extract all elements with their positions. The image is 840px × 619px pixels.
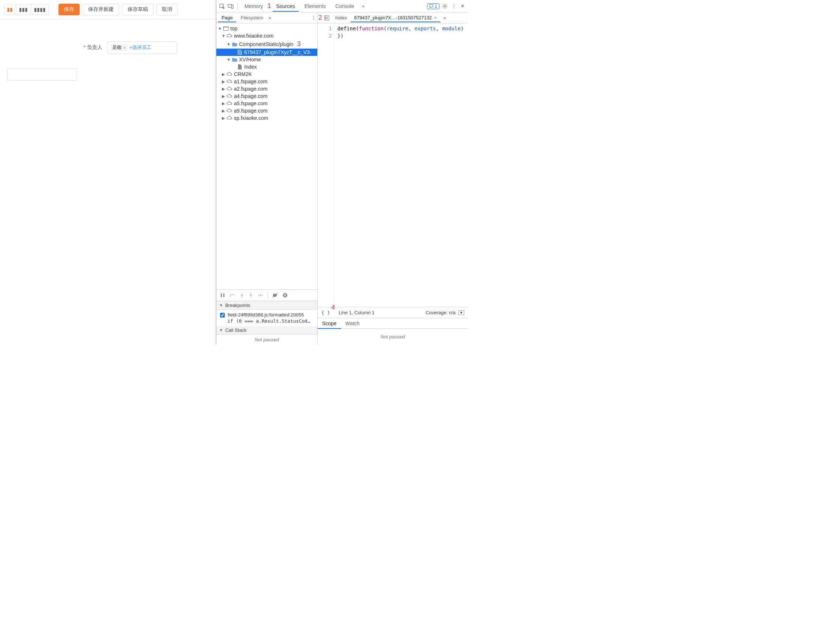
breakpoint-item[interactable]: field-24f699d366.js:formatted:20055 (216, 310, 317, 318)
svg-rect-17 (325, 16, 326, 20)
tab-sources[interactable]: Sources (273, 1, 299, 11)
close-devtools-icon[interactable]: ✕ (459, 3, 466, 9)
tree-domain[interactable]: ▶a9.fspage.com (216, 107, 317, 114)
cloud-icon (227, 71, 232, 77)
tab-scope[interactable]: Scope (317, 318, 341, 329)
navigator-menu-icon[interactable]: ⋮ (311, 15, 316, 21)
callstack-section[interactable]: ▼Call Stack (216, 326, 317, 335)
tab-console[interactable]: Console (332, 1, 358, 11)
add-employee-link[interactable]: +选择员工 (130, 44, 152, 51)
tree-domain[interactable]: ▶a5.fspage.com (216, 100, 317, 107)
tree-file-selected[interactable]: 679437_plugin7XyzT__c_V3- (216, 49, 317, 56)
app-toolbar: ▮▮ ▮▮▮ ▮▮▮▮ 保存 保存并新建 保存草稿 取消 (0, 0, 216, 19)
svg-rect-15 (286, 294, 286, 296)
svg-rect-14 (284, 294, 285, 296)
step-out-icon[interactable] (249, 293, 253, 298)
cloud-icon (227, 100, 232, 106)
tree-domain[interactable]: ▶a4.fspage.com (216, 93, 317, 100)
svg-point-10 (250, 293, 252, 294)
folder-icon (232, 57, 238, 63)
messages-badge[interactable]: 1 (427, 3, 439, 9)
tab-page[interactable]: Page (218, 13, 236, 22)
coverage-status: Coverage: n/a (425, 310, 455, 315)
close-tab-icon[interactable]: × (434, 15, 437, 21)
cloud-icon (227, 93, 232, 99)
svg-point-11 (262, 295, 263, 296)
tab-elements[interactable]: Elements (301, 1, 329, 11)
cloud-icon (227, 33, 232, 39)
svg-rect-6 (221, 293, 222, 297)
tree-folder[interactable]: ▼ XV/Home (216, 56, 317, 63)
toggle-navigator-icon[interactable] (322, 15, 332, 21)
more-navigator-tabs-icon[interactable]: » (269, 15, 271, 21)
tree-domain[interactable]: ▶CRM2K (216, 70, 317, 78)
layout-two-column-icon[interactable]: ▮▮ (4, 4, 16, 15)
deactivate-breakpoints-icon[interactable] (273, 293, 278, 298)
editor-status-bar: { } 4 Line 1, Column 1 Coverage: n/a ▼ (317, 307, 468, 318)
tab-watch[interactable]: Watch (341, 318, 364, 329)
pause-on-exceptions-icon[interactable] (283, 293, 287, 298)
tree-domain[interactable]: ▶a1.fspage.com (216, 78, 317, 85)
layout-three-column-icon[interactable]: ▮▮▮ (16, 4, 31, 15)
more-editor-tabs-icon[interactable]: » (440, 15, 449, 21)
code-editor[interactable]: 1 2 define(function(require, exports, mo… (317, 23, 468, 307)
kebab-menu-icon[interactable]: ⋮ (450, 3, 457, 9)
svg-point-8 (230, 296, 231, 297)
save-button[interactable]: 保存 (58, 4, 80, 15)
cloud-icon (227, 79, 232, 84)
breakpoint-checkbox[interactable] (220, 313, 225, 317)
devtools: Memory 1 Sources Elements Console » 1 ⋮ … (216, 0, 468, 345)
layout-toggle: ▮▮ ▮▮▮ ▮▮▮▮ (4, 4, 49, 15)
svg-point-9 (242, 297, 243, 298)
file-icon (237, 49, 243, 55)
annotation-2: 2 (317, 14, 322, 22)
coverage-dropdown-icon[interactable]: ▼ (458, 310, 464, 315)
cloud-icon (227, 108, 232, 114)
annotation-1: 1 (268, 2, 271, 10)
callstack-empty: Not paused (216, 335, 317, 345)
owner-tag: 吴敬 × (111, 44, 127, 51)
cancel-button[interactable]: 取消 (156, 4, 178, 15)
editor-tab-plugin[interactable]: 679437_plugin7X…-1631507527132 × (350, 13, 440, 22)
line-gutter: 1 2 (317, 23, 334, 307)
layout-four-column-icon[interactable]: ▮▮▮▮ (31, 4, 49, 15)
annotation-4: 4 (331, 304, 335, 311)
cursor-position: Line 1, Column 1 (339, 310, 375, 315)
editor-tab-index[interactable]: Index (332, 13, 350, 22)
tree-domain[interactable]: ▼ www.fxiaoke.com (216, 32, 317, 39)
text-input[interactable] (7, 68, 77, 81)
folder-icon (232, 41, 238, 47)
tree-file[interactable]: Index (216, 63, 317, 70)
code-content: define(function(require, exports, module… (334, 23, 464, 307)
save-and-new-button[interactable]: 保存并新建 (82, 4, 119, 15)
tree-top[interactable]: ▼ top (216, 25, 317, 32)
tab-filesystem[interactable]: Filesystem (237, 13, 267, 22)
step-icon[interactable] (258, 293, 263, 298)
step-into-icon[interactable] (240, 293, 244, 298)
step-over-icon[interactable] (229, 293, 235, 298)
tree-domain[interactable]: ▶sp.fxiaoke.com (216, 114, 317, 122)
scope-empty: Not paused (317, 329, 468, 345)
tree-folder[interactable]: ▼ ComponentStatic/plugin 3 (216, 39, 317, 49)
svg-point-13 (283, 293, 287, 298)
breakpoints-section[interactable]: ▼Breakpoints (216, 301, 317, 310)
cloud-icon (227, 115, 232, 121)
pretty-print-icon[interactable]: { } (321, 310, 330, 315)
settings-icon[interactable] (442, 3, 448, 9)
owner-input[interactable]: 吴敬 × +选择员工 (108, 41, 177, 54)
annotation-3: 3 (297, 40, 301, 48)
svg-rect-2 (231, 5, 233, 8)
owner-label: *负责人 (7, 44, 102, 51)
tree-domain[interactable]: ▶a2.fspage.com (216, 85, 317, 93)
svg-point-3 (444, 5, 446, 7)
cloud-icon (227, 86, 232, 92)
remove-tag-icon[interactable]: × (123, 45, 126, 51)
inspect-element-icon[interactable] (219, 3, 225, 9)
device-toggle-icon[interactable] (228, 3, 234, 9)
more-tabs-icon[interactable]: » (360, 3, 367, 9)
svg-rect-7 (223, 293, 225, 297)
tab-memory[interactable]: Memory (241, 1, 267, 11)
save-draft-button[interactable]: 保存草稿 (122, 4, 154, 15)
pause-icon[interactable] (220, 293, 225, 298)
file-icon (237, 64, 243, 70)
